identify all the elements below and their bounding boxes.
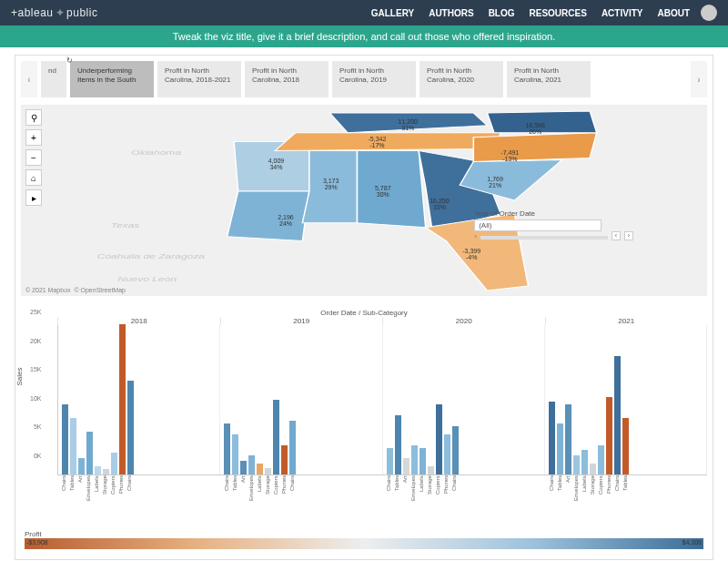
year-filter-value[interactable]: (All)	[474, 219, 602, 231]
year-next-button[interactable]: ›	[624, 231, 633, 240]
bar-2021-0[interactable]	[549, 402, 555, 474]
logo[interactable]: +ableau✦public	[11, 6, 97, 19]
bar-2021-4[interactable]	[581, 450, 588, 474]
bar-2019-0[interactable]	[224, 423, 230, 474]
state-mississippi[interactable]	[302, 151, 357, 223]
map-chart[interactable]: ⚲ + − ⌂ ▸ Oklahoma Texas Coahuila de Zar…	[21, 105, 707, 296]
nav-activity[interactable]: ACTIVITY	[602, 8, 643, 18]
bar-2020-3[interactable]	[411, 445, 418, 474]
bar-group-2021	[545, 325, 707, 474]
bar-2021-5[interactable]	[590, 464, 596, 474]
bar-2018-2[interactable]	[78, 458, 85, 474]
year-header-2019: 2019	[220, 317, 383, 325]
map-home-icon[interactable]: ⌂	[25, 169, 42, 186]
bar-2020-7[interactable]	[444, 434, 450, 474]
story-tab-0[interactable]: Underperforming Items in the South	[70, 61, 154, 97]
x-label: Storage	[590, 475, 596, 501]
bar-2020-1[interactable]	[395, 415, 401, 474]
map-play-icon[interactable]: ▸	[25, 189, 42, 206]
bar-2018-5[interactable]	[103, 469, 109, 474]
story-tab-4[interactable]: Profit in North Carolina, 2020	[420, 61, 503, 97]
year-slider[interactable]	[480, 236, 608, 240]
bar-2019-6[interactable]	[273, 400, 279, 475]
bar-2019-7[interactable]	[281, 445, 288, 474]
legend-min: -$3,908	[26, 539, 48, 546]
map-attribution: © 2021 Mapbox © OpenStreetMap	[25, 287, 126, 293]
refresh-icon[interactable]: ↻	[66, 56, 73, 65]
bar-2019-8[interactable]	[289, 421, 296, 474]
state-virginia[interactable]	[487, 111, 596, 133]
state-alabama[interactable]	[357, 151, 425, 228]
bar-2020-0[interactable]	[387, 448, 393, 474]
x-label: Envelopes	[86, 475, 92, 501]
x-label: Storage	[265, 475, 271, 501]
bar-2018-0[interactable]	[62, 404, 68, 474]
x-label: Labels	[419, 475, 425, 501]
bar-2020-4[interactable]	[420, 448, 426, 474]
x-label: Chairs	[61, 475, 67, 501]
bar-2020-8[interactable]	[452, 426, 459, 474]
bar-2019-1[interactable]	[232, 434, 238, 474]
bar-2019-2[interactable]	[240, 461, 247, 474]
bar-2019-4[interactable]	[257, 464, 263, 474]
x-label: Phones	[443, 475, 450, 501]
bar-2020-5[interactable]	[428, 466, 434, 474]
bar-2018-6[interactable]	[111, 453, 117, 474]
nav-blog[interactable]: BLOG	[489, 8, 515, 18]
story-tab-2[interactable]: Profit in North Carolina, 2018	[245, 61, 329, 97]
story-tab-5[interactable]: Profit in North Carolina, 2021	[507, 61, 591, 97]
x-label: Copiers	[435, 475, 441, 501]
x-label: Envelopes	[573, 475, 580, 501]
legend-gradient: -$3,908 $4,308	[25, 538, 703, 549]
x-label: Chairs	[451, 475, 458, 501]
story-tabs-row: ‹ nd Underperforming Items in the SouthP…	[21, 61, 707, 97]
bar-2021-6[interactable]	[598, 445, 604, 474]
nav-gallery[interactable]: GALLERY	[371, 8, 414, 18]
map-search-icon[interactable]: ⚲	[25, 109, 42, 126]
bar-2018-4[interactable]	[95, 466, 101, 474]
bar-2021-9[interactable]	[622, 418, 629, 474]
bar-chart[interactable]: Order Date / Sub-Category 20182019202020…	[21, 309, 707, 523]
state-tennessee[interactable]	[275, 133, 500, 151]
state-kentucky[interactable]	[329, 113, 487, 133]
bar-2021-3[interactable]	[573, 455, 580, 474]
year-header-2020: 2020	[382, 317, 545, 325]
story-tab-3[interactable]: Profit in North Carolina, 2019	[332, 61, 416, 97]
bar-2021-1[interactable]	[557, 423, 563, 474]
bar-2019-5[interactable]	[265, 468, 271, 474]
map-zoom-out-icon[interactable]: −	[25, 149, 42, 166]
legend-max: $4,308	[682, 539, 702, 546]
bar-2021-2[interactable]	[565, 404, 571, 474]
bar-2018-1[interactable]	[70, 418, 76, 474]
x-label: Tables	[557, 475, 563, 501]
bar-2019-3[interactable]	[248, 455, 255, 474]
year-prev-button[interactable]: ‹	[612, 231, 621, 240]
bar-2021-7[interactable]	[606, 397, 612, 474]
story-tab-1[interactable]: Profit in North Carolina, 2018-2021	[157, 61, 241, 97]
state-louisiana[interactable]	[228, 191, 309, 240]
nav-authors[interactable]: AUTHORS	[429, 8, 473, 18]
map-zoom-in-icon[interactable]: +	[25, 129, 42, 146]
x-label: Chairs	[224, 475, 230, 501]
bar-2021-8[interactable]	[614, 356, 621, 474]
x-label: Chairs	[289, 475, 296, 501]
bar-2018-3[interactable]	[86, 432, 93, 474]
avatar[interactable]	[701, 5, 717, 21]
state-northcarolina[interactable]	[473, 133, 596, 162]
x-label: Art	[77, 475, 84, 501]
bg-label-coahuila: Coahuila de Zaragoza	[97, 252, 206, 260]
bar-2020-6[interactable]	[436, 404, 442, 474]
tabs-next-button[interactable]: ›	[691, 61, 707, 97]
nav-resources[interactable]: RESOURCES	[530, 8, 587, 18]
main-nav: GALLERY AUTHORS BLOG RESOURCES ACTIVITY …	[371, 8, 690, 18]
y-axis-ticks: 25K20K15K10K5K0K	[30, 309, 41, 459]
bar-2018-8[interactable]	[127, 381, 134, 474]
x-label: Copiers	[598, 475, 604, 501]
bar-2020-2[interactable]	[403, 458, 410, 474]
nav-about[interactable]: ABOUT	[657, 8, 690, 18]
bar-2018-7[interactable]	[119, 324, 126, 474]
tab-partial-prev[interactable]: nd	[41, 61, 66, 97]
map-toolbar: ⚲ + − ⌂ ▸	[25, 109, 42, 206]
tabs-prev-button[interactable]: ‹	[21, 61, 37, 97]
bar-group-2018	[58, 325, 220, 474]
